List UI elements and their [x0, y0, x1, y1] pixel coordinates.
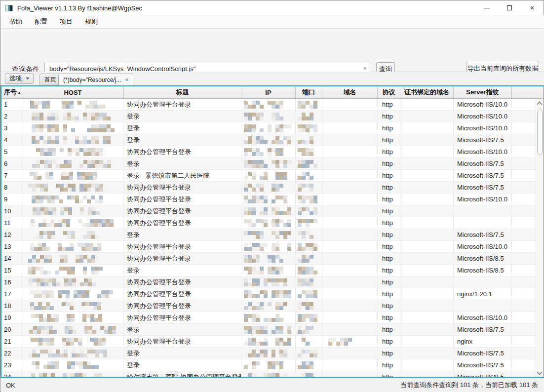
cell-ip-redacted: [241, 170, 296, 181]
cell-index: 12: [1, 229, 22, 240]
cell-cert-domain: [400, 371, 454, 378]
cell-cert-domain: [400, 170, 454, 181]
cell-domain: [322, 276, 378, 288]
table-row[interactable]: 5协同办公管理平台登录httpMicrosoft-IIS/10.0: [1, 146, 536, 158]
cell-cert-domain: [400, 359, 454, 371]
options-dropdown-button[interactable]: 选项: [5, 73, 34, 84]
cell-cert-domain: [400, 312, 454, 323]
redacted-pixelation: [32, 160, 111, 168]
table-row[interactable]: 21协同办公管理平台登录httpnginx: [1, 336, 536, 348]
result-count: 当前查询条件查询到 101 条，当前已加载 101 条: [400, 381, 538, 390]
redacted-pixelation: [244, 160, 291, 168]
column-header-label: Server指纹: [466, 88, 499, 97]
cell-host-redacted: [22, 229, 124, 240]
redacted-pixelation: [244, 361, 283, 369]
scrollbar-thumb[interactable]: [537, 110, 543, 155]
cell-host-redacted: [22, 194, 124, 205]
table-row[interactable]: 24哈尔滨市第二医院-协同办公管理平台登录httpMicrosoft-IIS/8…: [1, 371, 536, 378]
cell-protocol: http: [378, 217, 400, 229]
cell-host-redacted: [22, 134, 124, 146]
table-row[interactable]: 11协同办公管理平台登录http: [1, 217, 536, 229]
query-toolbar: 查询条件 × 查询 导出当前查询的所有数据 排除干扰全部Fid标题证书: [1, 29, 544, 72]
cell-host-redacted: [22, 217, 124, 229]
minimize-icon: [484, 8, 490, 8]
table-row[interactable]: 18协同办公管理平台登录http: [1, 300, 536, 312]
table-row[interactable]: 7登录 - 景德镇市第二人民医院httpMicrosoft-IIS/7.5: [1, 170, 536, 182]
redacted-pixelation: [32, 136, 111, 144]
table-row[interactable]: 10协同办公管理平台登录http: [1, 205, 536, 217]
table-row[interactable]: 16协同办公管理平台登录http: [1, 276, 536, 288]
scroll-up-icon[interactable]: [537, 101, 542, 107]
column-header-0[interactable]: 序号▲: [1, 86, 22, 98]
table-row[interactable]: 19协同办公管理平台登录httpMicrosoft-IIS/10.0: [1, 312, 536, 324]
table-row[interactable]: 13协同办公管理平台登录httpMicrosoft-IIS/10.0: [1, 241, 536, 253]
menu-item-2[interactable]: 项目: [55, 15, 77, 28]
table-row[interactable]: 14协同办公管理平台登录httpMicrosoft-IIS/8.5: [1, 253, 536, 265]
cell-protocol: http: [378, 99, 400, 110]
cell-index: 19: [1, 312, 22, 323]
cell-port-redacted: [296, 111, 322, 122]
cell-domain: [322, 253, 378, 264]
column-header-4[interactable]: 端口: [296, 86, 322, 98]
redacted-pixelation: [298, 302, 313, 310]
vertical-scrollbar[interactable]: [536, 99, 544, 378]
cell-cert-domain: [400, 122, 454, 134]
cell-port-redacted: [296, 253, 322, 264]
column-header-3[interactable]: IP: [241, 86, 296, 98]
table-row[interactable]: 17协同办公管理平台登录httpnginx/1.20.1: [1, 288, 536, 300]
cell-ip-redacted: [241, 229, 296, 240]
column-header-2[interactable]: 标题: [124, 86, 241, 98]
column-header-5[interactable]: 域名: [322, 86, 378, 98]
cell-filler: [512, 229, 536, 240]
table-row[interactable]: 4登录httpMicrosoft-IIS/7.5: [1, 134, 536, 146]
cell-protocol: http: [378, 288, 400, 300]
close-button[interactable]: ×: [521, 0, 544, 15]
column-header-7[interactable]: 证书绑定的域名: [400, 86, 454, 98]
cell-cert-domain: [400, 348, 454, 359]
table-row[interactable]: 20登录httpMicrosoft-IIS/7.5: [1, 324, 536, 336]
cell-domain: [322, 371, 378, 378]
tab-query-result[interactable]: (*)body="Resource/j... ×: [58, 74, 133, 85]
cell-filler: [512, 348, 536, 359]
menu-item-1[interactable]: 配置: [30, 15, 52, 28]
table-row[interactable]: 8协同办公管理平台登录httpMicrosoft-IIS/7.5: [1, 182, 536, 194]
cell-port-redacted: [296, 122, 322, 134]
table-row[interactable]: 23登录httpMicrosoft-IIS/7.5: [1, 359, 536, 371]
table-row[interactable]: 3登录httpMicrosoft-IIS/10.0: [1, 122, 536, 134]
maximize-icon: [507, 5, 512, 10]
clear-query-icon[interactable]: ×: [363, 65, 367, 72]
scroll-down-icon[interactable]: [537, 369, 542, 375]
column-header-8[interactable]: Server指纹: [454, 86, 512, 98]
redacted-pixelation: [298, 278, 313, 286]
table-row[interactable]: 6登录httpMicrosoft-IIS/7.5: [1, 158, 536, 170]
redacted-pixelation: [29, 326, 116, 334]
tab-close-icon[interactable]: ×: [125, 77, 128, 83]
cell-title: 协同办公管理平台登录: [124, 241, 241, 252]
close-icon: ×: [530, 4, 534, 11]
redacted-pixelation: [298, 290, 317, 298]
redacted-pixelation: [324, 338, 352, 346]
redacted-pixelation: [298, 314, 317, 322]
table-row[interactable]: 1协同办公管理平台登录httpMicrosoft-IIS/10.0: [1, 99, 536, 111]
minimize-button[interactable]: [475, 0, 498, 15]
cell-protocol: http: [378, 122, 400, 134]
redacted-pixelation: [244, 172, 287, 180]
menu-item-0[interactable]: 帮助: [5, 15, 27, 28]
table-row[interactable]: 15登录httpMicrosoft-IIS/8.5: [1, 265, 536, 276]
cell-title: 登录: [124, 229, 241, 240]
tab-strip: 选项 首页 (*)body="Resource/j... ×: [1, 72, 544, 85]
redacted-pixelation: [298, 243, 317, 251]
cell-protocol: http: [378, 111, 400, 122]
redacted-pixelation: [298, 350, 317, 357]
column-header-6[interactable]: 协议: [378, 86, 400, 98]
table-row[interactable]: 22登录httpMicrosoft-IIS/7.5: [1, 348, 536, 359]
column-header-1[interactable]: HOST: [22, 86, 124, 98]
table-row[interactable]: 2登录httpMicrosoft-IIS/10.0: [1, 111, 536, 122]
table-row[interactable]: 9协同办公管理平台登录httpMicrosoft-IIS/10.0: [1, 194, 536, 205]
cell-port-redacted: [296, 158, 322, 169]
cell-domain: [322, 99, 378, 110]
maximize-button[interactable]: [498, 0, 521, 15]
table-row[interactable]: 12登录httpMicrosoft-IIS/7.5: [1, 229, 536, 241]
cell-ip-redacted: [241, 300, 296, 312]
menu-item-3[interactable]: 规则: [80, 15, 102, 28]
